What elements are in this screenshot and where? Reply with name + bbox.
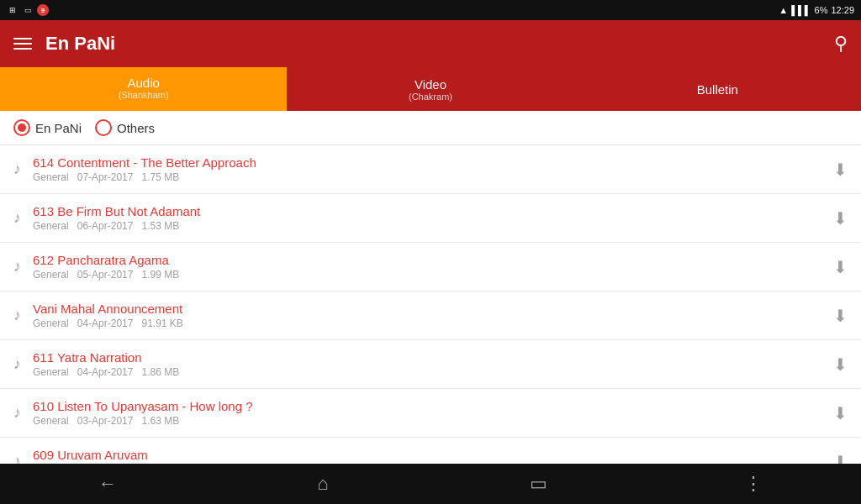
music-icon-4: ♪	[13, 355, 21, 373]
item-content-1: 613 Be Firm But Not Adamant General 06-A…	[33, 204, 833, 232]
overflow-button[interactable]: ⋮	[733, 464, 774, 504]
download-button-6[interactable]: ⬇	[833, 452, 848, 465]
list-item[interactable]: ♪ Vani Mahal Announcement General 04-Apr…	[0, 291, 861, 340]
home-button[interactable]: ⌂	[303, 464, 343, 504]
wifi-icon: ▲	[779, 5, 788, 15]
tab-bar: Audio (Shankham) Video (Chakram) Bulleti…	[0, 67, 861, 111]
download-button-2[interactable]: ⬇	[833, 257, 848, 277]
tab-audio-label: Audio	[127, 76, 159, 90]
music-icon-6: ♪	[13, 453, 21, 464]
download-button-0[interactable]: ⬇	[833, 160, 848, 180]
audio-list: ♪ 614 Contentment - The Better Approach …	[0, 145, 861, 464]
item-title-5: 610 Listen To Upanyasam - How long ?	[33, 399, 833, 413]
download-button-5[interactable]: ⬇	[833, 403, 848, 423]
item-meta-2: General 05-Apr-2017 1.99 MB	[33, 269, 833, 281]
item-content-4: 611 Yatra Narration General 04-Apr-2017 …	[33, 350, 833, 378]
item-meta-3: General 04-Apr-2017 91.91 KB	[33, 318, 833, 329]
radio-others[interactable]: Others	[95, 119, 155, 136]
battery-text: 6%	[815, 5, 828, 15]
tab-audio[interactable]: Audio (Shankham)	[0, 67, 287, 111]
download-button-4[interactable]: ⬇	[833, 354, 848, 375]
music-icon-5: ♪	[13, 404, 21, 422]
item-content-5: 610 Listen To Upanyasam - How long ? Gen…	[33, 399, 833, 427]
signal-icon: ▌▌▌	[791, 5, 811, 15]
radio-label-enpani: En PaNi	[35, 121, 82, 135]
radio-circle-enpani	[13, 119, 30, 136]
tab-video-label: Video	[415, 77, 446, 92]
time-display: 12:29	[831, 5, 854, 15]
item-meta-5: General 03-Apr-2017 1.63 MB	[33, 415, 833, 427]
radio-enpani[interactable]: En PaNi	[13, 119, 82, 136]
list-item[interactable]: ♪ 609 Uruvam Aruvam General 02-Apr-2017 …	[0, 438, 861, 464]
radio-label-others: Others	[117, 121, 155, 135]
tab-bulletin[interactable]: Bulletin	[574, 67, 861, 111]
status-bar-left: ⊞ ▭ 9	[7, 4, 49, 16]
music-icon-3: ♪	[13, 307, 21, 324]
item-title-4: 611 Yatra Narration	[33, 350, 833, 365]
list-item[interactable]: ♪ 612 Pancharatra Agama General 05-Apr-2…	[0, 243, 861, 291]
grid-icon: ⊞	[7, 4, 18, 16]
tab-audio-sub: (Shankham)	[119, 90, 169, 100]
app-bar: En PaNi ⚲	[0, 20, 861, 67]
music-icon-2: ♪	[13, 258, 21, 276]
list-item[interactable]: ♪ 610 Listen To Upanyasam - How long ? G…	[0, 389, 861, 438]
status-bar: ⊞ ▭ 9 ▲ ▌▌▌ 6% 12:29	[0, 0, 861, 20]
menu-button[interactable]	[13, 38, 32, 50]
notification-badge: 9	[37, 4, 49, 16]
back-button[interactable]: ←	[87, 464, 128, 504]
item-content-3: Vani Mahal Announcement General 04-Apr-2…	[33, 302, 833, 329]
item-meta-4: General 04-Apr-2017 1.86 MB	[33, 366, 833, 378]
radio-circle-others	[95, 119, 112, 136]
list-item[interactable]: ♪ 613 Be Firm But Not Adamant General 06…	[0, 194, 861, 243]
music-icon-1: ♪	[13, 209, 21, 227]
recents-button[interactable]: ▭	[518, 464, 558, 504]
item-title-2: 612 Pancharatra Agama	[33, 253, 833, 267]
tab-video-sub: (Chakram)	[409, 92, 452, 102]
item-content-0: 614 Contentment - The Better Approach Ge…	[33, 155, 833, 183]
bottom-nav: ← ⌂ ▭ ⋮	[0, 464, 861, 504]
selector-row: En PaNi Others	[0, 111, 861, 145]
app-title: En PaNi	[45, 33, 834, 55]
status-bar-right: ▲ ▌▌▌ 6% 12:29	[779, 5, 854, 15]
music-icon-0: ♪	[13, 160, 21, 178]
item-meta-0: General 07-Apr-2017 1.75 MB	[33, 171, 833, 183]
search-button[interactable]: ⚲	[834, 33, 848, 55]
list-item[interactable]: ♪ 614 Contentment - The Better Approach …	[0, 145, 861, 194]
list-item[interactable]: ♪ 611 Yatra Narration General 04-Apr-201…	[0, 340, 861, 389]
item-content-2: 612 Pancharatra Agama General 05-Apr-201…	[33, 253, 833, 281]
download-button-3[interactable]: ⬇	[833, 306, 848, 326]
item-title-1: 613 Be Firm But Not Adamant	[33, 204, 833, 218]
download-button-1[interactable]: ⬇	[833, 208, 848, 228]
item-meta-1: General 06-Apr-2017 1.53 MB	[33, 220, 833, 232]
monitor-icon: ▭	[22, 4, 34, 16]
tab-bulletin-label: Bulletin	[697, 82, 738, 97]
item-title-3: Vani Mahal Announcement	[33, 302, 833, 316]
tab-video[interactable]: Video (Chakram)	[287, 67, 573, 111]
item-content-6: 609 Uruvam Aruvam General 02-Apr-2017 1.…	[33, 448, 833, 464]
item-title-6: 609 Uruvam Aruvam	[33, 448, 833, 462]
item-title-0: 614 Contentment - The Better Approach	[33, 155, 833, 170]
